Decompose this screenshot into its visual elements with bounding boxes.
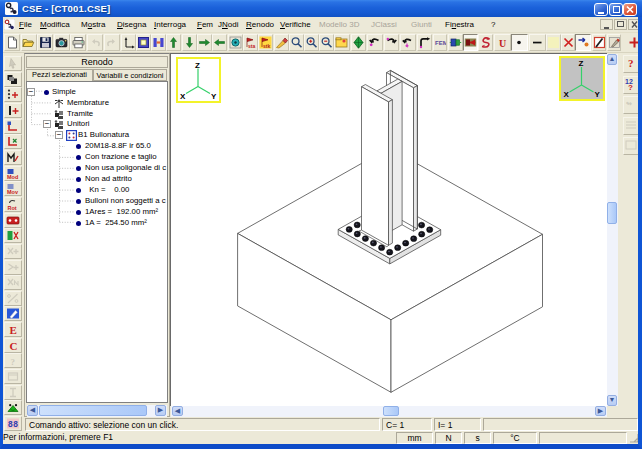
svg-text:?: ? [628,57,634,69]
svg-text:X: X [564,90,570,99]
svg-text:?: ? [11,357,16,367]
svg-text:Mov: Mov [7,189,19,195]
svg-text:Mod: Mod [7,173,18,179]
svg-text:FEM: FEM [435,40,447,46]
svg-text:88: 88 [8,420,18,430]
svg-text:Rot: Rot [8,204,17,210]
svg-text:X: X [180,92,186,101]
svg-text:Y: Y [211,92,217,101]
svg-text:↬: ↬ [626,100,632,107]
svg-text:Z: Z [195,61,200,70]
svg-text:E: E [10,324,17,336]
svg-text:Z: Z [579,59,584,68]
svg-text:C: C [10,340,18,352]
svg-text:stk: stk [263,43,270,49]
svg-text:sta: sta [248,43,255,49]
svg-text:Y: Y [595,90,601,99]
svg-text:?: ? [628,83,633,91]
svg-text:U: U [499,38,506,49]
